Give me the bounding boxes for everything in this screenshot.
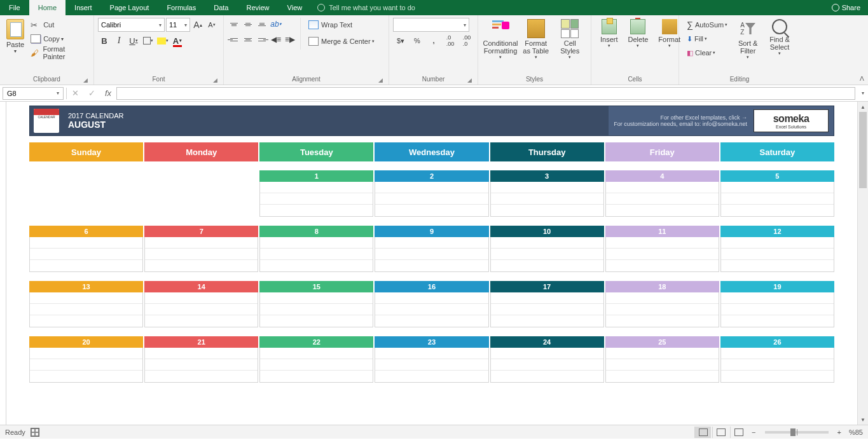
event-slots[interactable] xyxy=(375,182,488,217)
alignment-launcher[interactable]: ◢ xyxy=(377,77,383,83)
format-painter-button[interactable]: 🖌Format Painter xyxy=(28,46,90,60)
align-center[interactable] xyxy=(242,33,254,46)
align-left[interactable] xyxy=(228,33,240,46)
clear-button[interactable]: ◧Clear ▾ xyxy=(684,46,730,60)
enter-formula[interactable]: ✓ xyxy=(83,87,100,100)
percent-button[interactable]: % xyxy=(410,34,425,47)
vertical-scrollbar[interactable]: ▲ ▼ xyxy=(857,102,868,425)
decrease-decimal[interactable]: .00.0 xyxy=(459,34,474,47)
calendar-cell[interactable]: 17 xyxy=(490,281,604,327)
clipboard-launcher[interactable]: ◢ xyxy=(82,77,88,83)
event-slots[interactable] xyxy=(259,182,373,217)
calendar-cell[interactable]: 19 xyxy=(720,281,834,327)
event-slots[interactable] xyxy=(720,182,834,217)
event-slots[interactable] xyxy=(490,348,604,383)
calendar-cell[interactable]: 14 xyxy=(144,281,258,327)
zoom-out[interactable]: − xyxy=(752,428,755,436)
tell-me-search[interactable]: Tell me what you want to do xyxy=(317,4,415,11)
scroll-down-arrow[interactable]: ▼ xyxy=(858,414,868,425)
expand-formula-bar[interactable]: ▾ xyxy=(858,90,868,96)
orientation-button[interactable]: ab▾ xyxy=(270,18,282,31)
page-break-view-button[interactable] xyxy=(730,427,747,438)
increase-decimal[interactable]: .0.00 xyxy=(443,34,458,47)
scroll-up-arrow[interactable]: ▲ xyxy=(858,102,868,112)
tab-data[interactable]: Data xyxy=(205,0,237,15)
event-slots[interactable] xyxy=(490,292,604,327)
macro-record-icon[interactable] xyxy=(31,428,39,437)
tab-file[interactable]: File xyxy=(0,0,29,15)
conditional-formatting-button[interactable]: Conditional Formatting▾ xyxy=(482,18,519,61)
cell-styles-button[interactable]: Cell Styles▾ xyxy=(553,18,588,61)
calendar-cell[interactable]: 4 xyxy=(605,170,719,217)
find-select-button[interactable]: Find & Select▾ xyxy=(763,18,796,57)
insert-button[interactable]: Insert▾ xyxy=(595,18,623,50)
event-slots[interactable] xyxy=(375,292,488,327)
event-slots[interactable] xyxy=(259,348,373,383)
calendar-cell[interactable]: 8 xyxy=(259,226,373,272)
calendar-cell[interactable]: 5 xyxy=(720,170,834,217)
event-slots[interactable] xyxy=(259,237,373,272)
align-right[interactable] xyxy=(256,33,268,46)
event-slots[interactable] xyxy=(605,182,719,217)
event-slots[interactable] xyxy=(375,237,488,272)
name-box[interactable]: G8▾ xyxy=(3,87,64,100)
calendar-cell[interactable]: 13 xyxy=(29,281,143,327)
fill-color-button[interactable]: ▾ xyxy=(156,34,169,47)
event-slots[interactable] xyxy=(720,348,834,383)
zoom-level[interactable]: %85 xyxy=(849,428,863,436)
border-button[interactable]: ▾ xyxy=(142,34,155,47)
calendar-cell[interactable]: 26 xyxy=(720,336,834,383)
worksheet[interactable]: ▲ ▼ 2017 CALENDAR AUGUST For other Excel… xyxy=(0,102,868,425)
fill-button[interactable]: ⬇Fill ▾ xyxy=(684,32,730,46)
calendar-cell[interactable]: 15 xyxy=(259,281,373,327)
decrease-indent[interactable]: ◀≡ xyxy=(270,33,282,46)
shrink-font-button[interactable]: A▾ xyxy=(205,18,218,31)
event-slots[interactable] xyxy=(29,237,143,272)
event-slots[interactable] xyxy=(144,292,258,327)
event-slots[interactable] xyxy=(29,292,143,327)
accounting-button[interactable]: $▾ xyxy=(393,34,408,47)
calendar-cell[interactable]: 2 xyxy=(375,170,488,217)
event-slots[interactable] xyxy=(720,237,834,272)
calendar-cell[interactable]: 18 xyxy=(605,281,719,327)
font-name-combo[interactable]: Calibri▾ xyxy=(98,18,165,32)
event-slots[interactable] xyxy=(144,237,258,272)
underline-button[interactable]: U▾ xyxy=(127,34,140,47)
sort-filter-button[interactable]: AZ Sort & Filter▾ xyxy=(733,18,763,61)
event-slots[interactable] xyxy=(259,292,373,327)
calendar-cell[interactable]: 10 xyxy=(490,226,604,272)
tab-insert[interactable]: Insert xyxy=(65,0,101,15)
calendar-cell[interactable]: 12 xyxy=(720,226,834,272)
calendar-cell[interactable]: 9 xyxy=(375,226,488,272)
calendar-cell[interactable]: 22 xyxy=(259,336,373,383)
font-size-combo[interactable]: 11▾ xyxy=(166,18,190,32)
event-slots[interactable] xyxy=(605,292,719,327)
calendar-cell[interactable]: 21 xyxy=(144,336,258,383)
zoom-in[interactable]: + xyxy=(837,428,841,436)
calendar-cell[interactable]: 23 xyxy=(375,336,488,383)
normal-view-button[interactable] xyxy=(694,427,711,438)
zoom-slider[interactable] xyxy=(765,431,829,434)
tab-view[interactable]: View xyxy=(279,0,312,15)
calendar-cell[interactable]: 20 xyxy=(29,336,143,383)
calendar-cell[interactable]: 3 xyxy=(490,170,604,217)
font-launcher[interactable]: ◢ xyxy=(212,77,218,83)
copy-button[interactable]: Copy ▾ xyxy=(28,32,90,46)
share-button[interactable]: Share xyxy=(832,4,860,11)
font-color-button[interactable]: A▾ xyxy=(171,34,184,47)
italic-button[interactable]: I xyxy=(113,34,125,47)
calendar-cell[interactable]: 24 xyxy=(490,336,604,383)
calendar-cell[interactable]: 16 xyxy=(375,281,488,327)
tab-page-layout[interactable]: Page Layout xyxy=(101,0,158,15)
page-layout-view-button[interactable] xyxy=(712,427,729,438)
event-slots[interactable] xyxy=(605,237,719,272)
someka-logo[interactable]: someka Excel Solutions xyxy=(754,109,829,132)
formula-input[interactable] xyxy=(116,87,855,100)
event-slots[interactable] xyxy=(29,348,143,383)
merge-center-button[interactable]: Merge & Center ▾ xyxy=(305,34,378,48)
event-slots[interactable] xyxy=(605,348,719,383)
calendar-cell[interactable]: 7 xyxy=(144,226,258,272)
cut-button[interactable]: ✂Cut xyxy=(28,18,90,32)
tab-formulas[interactable]: Formulas xyxy=(158,0,205,15)
calendar-cell[interactable]: 11 xyxy=(605,226,719,272)
